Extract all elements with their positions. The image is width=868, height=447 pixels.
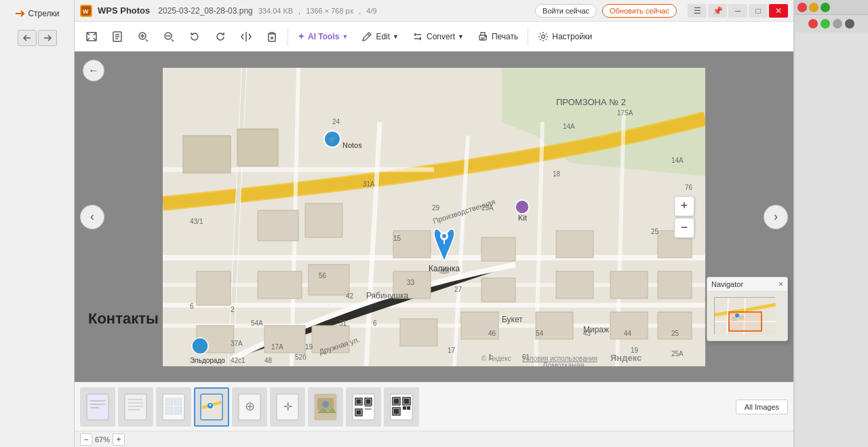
ai-tools-label: AI Tools <box>308 32 339 41</box>
edit-label: Edit <box>376 32 390 41</box>
svg-text:Рябинушка: Рябинушка <box>366 291 408 300</box>
svg-text:17: 17 <box>448 347 456 354</box>
thumbnail-8[interactable] <box>346 387 381 427</box>
arrow-direction-btns <box>18 30 57 46</box>
svg-text:54: 54 <box>536 330 544 337</box>
settings-btn[interactable]: Настройки <box>532 28 597 45</box>
convert-dropdown[interactable]: Convert ▼ <box>407 28 469 45</box>
separator2: , <box>359 7 361 15</box>
map-zoom-in-btn[interactable]: + <box>674 196 694 216</box>
convert-chevron: ▼ <box>458 33 464 40</box>
zoom-out-icon <box>163 31 175 43</box>
secondary-window <box>793 0 868 447</box>
flip-btn[interactable] <box>235 28 258 45</box>
svg-rect-50 <box>197 271 231 305</box>
next-image-btn[interactable]: › <box>764 205 788 229</box>
thumbnail-1[interactable] <box>80 387 115 427</box>
status-zoom-in-btn[interactable]: + <box>113 433 125 446</box>
secondary-win-close[interactable] <box>797 3 807 12</box>
color-dot-green[interactable] <box>821 19 830 28</box>
delete-btn[interactable] <box>260 28 283 45</box>
title-bar: W WPS Photos 2025-03-22_08-28-03.png 334… <box>75 0 793 22</box>
svg-rect-49 <box>556 271 593 298</box>
print-btn[interactable]: Печать <box>472 28 524 45</box>
color-dot-gray2[interactable] <box>845 19 854 28</box>
svg-text:56: 56 <box>319 272 327 279</box>
image-viewer: ← ‹ <box>75 52 793 382</box>
prev-image-btn[interactable]: ‹ <box>80 205 104 229</box>
svg-point-145 <box>210 404 212 406</box>
thumbnail-9[interactable] <box>384 387 419 427</box>
svg-rect-52 <box>264 326 305 353</box>
svg-text:14А: 14А <box>563 123 575 130</box>
settings-icon <box>538 31 549 42</box>
file-size: 334.04 KB <box>258 7 293 15</box>
secondary-win-min[interactable] <box>809 3 818 12</box>
thumbnail-bar: ⊕ ✛ <box>75 382 793 431</box>
main-window: W WPS Photos 2025-03-22_08-28-03.png 334… <box>75 0 793 447</box>
zoom-out-btn[interactable] <box>157 28 180 45</box>
page-view-btn[interactable] <box>106 28 129 45</box>
arrows-label: Стрелки <box>28 9 59 18</box>
login-btn[interactable]: Войти сейчас <box>535 4 597 18</box>
file-name: 2025-03-22_08-28-03.png <box>158 6 252 16</box>
svg-text:Яндекс: Яндекс <box>610 353 642 363</box>
svg-rect-42 <box>258 271 302 298</box>
status-bar: − 67% + <box>75 431 793 447</box>
thumb-7-icon <box>313 393 338 421</box>
fit-window-btn[interactable] <box>80 28 103 45</box>
arrow-left-btn[interactable] <box>18 30 37 46</box>
svg-text:42с1: 42с1 <box>231 357 245 364</box>
color-dot-red[interactable] <box>808 19 818 28</box>
rotate-left-icon <box>189 31 201 43</box>
secondary-win-max[interactable] <box>821 3 830 12</box>
thumbnail-6[interactable]: ✛ <box>270 387 305 427</box>
thumbnail-4-active[interactable] <box>194 387 229 427</box>
edit-chevron: ▼ <box>393 33 399 40</box>
map-image: 🛒 Notos Kit Калинка Эльдорадо <box>163 68 705 366</box>
thumb-6-icon: ✛ <box>275 393 300 421</box>
thumbnail-3[interactable] <box>156 387 191 427</box>
svg-rect-169 <box>403 406 406 410</box>
win-menu-btn[interactable]: ☰ <box>688 4 707 18</box>
svg-rect-164 <box>394 398 399 404</box>
navigator-panel: Navigator × <box>707 277 788 341</box>
svg-text:18: 18 <box>553 170 561 178</box>
arrow-right-btn[interactable] <box>38 30 57 46</box>
color-dot-gray1[interactable] <box>833 19 842 28</box>
win-pin-btn[interactable]: 📌 <box>708 4 727 18</box>
svg-text:2: 2 <box>231 306 235 313</box>
convert-icon <box>412 31 423 42</box>
svg-text:37А: 37А <box>231 340 243 347</box>
svg-text:Домотканая: Домотканая <box>542 361 585 366</box>
edit-dropdown[interactable]: Edit ▼ <box>356 28 404 45</box>
app-title: WPS Photos <box>98 5 150 16</box>
back-btn[interactable]: ← <box>83 60 104 81</box>
zoom-in-btn[interactable] <box>132 28 155 45</box>
arrows-tool-btn[interactable]: Стрелки <box>9 5 64 22</box>
thumbnail-2[interactable] <box>118 387 153 427</box>
status-zoom-out-btn[interactable]: − <box>80 433 92 446</box>
map-zoom-out-btn[interactable]: − <box>674 218 694 238</box>
svg-text:15: 15 <box>393 235 401 242</box>
delete-icon <box>266 31 278 43</box>
ai-tools-dropdown[interactable]: ✦ AI Tools ▼ <box>292 29 353 44</box>
svg-rect-133 <box>125 394 146 420</box>
navigator-close-btn[interactable]: × <box>778 279 783 289</box>
svg-point-67 <box>515 200 529 214</box>
update-btn[interactable]: Обновить сейчас <box>602 4 677 18</box>
win-maximize-btn[interactable]: □ <box>749 4 768 18</box>
win-close-btn[interactable]: ✕ <box>769 4 788 18</box>
navigator-viewport-indicator[interactable] <box>728 311 762 332</box>
thumbnail-7[interactable] <box>308 387 343 427</box>
navigator-title: Navigator <box>711 280 743 288</box>
svg-rect-60 <box>658 271 692 298</box>
win-minimize-btn[interactable]: ─ <box>728 4 747 18</box>
svg-text:17А: 17А <box>271 343 283 351</box>
rotate-right-btn[interactable] <box>209 28 232 45</box>
rotate-left-btn[interactable] <box>183 28 206 45</box>
thumbnail-5[interactable]: ⊕ <box>232 387 267 427</box>
all-images-btn[interactable]: All Images <box>736 400 788 414</box>
svg-rect-47 <box>481 278 515 302</box>
svg-text:52б: 52б <box>295 353 307 361</box>
